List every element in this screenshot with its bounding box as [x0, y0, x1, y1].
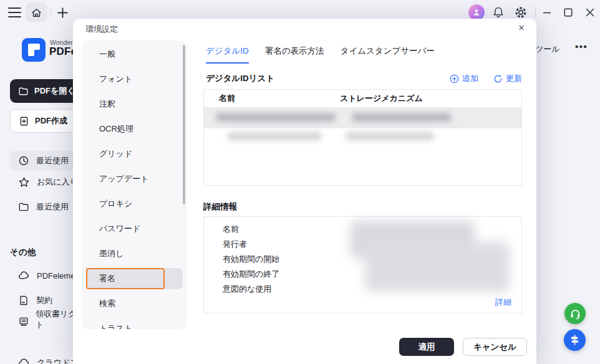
field-label-valid-to: 有効期間の終了 [223, 269, 279, 280]
sidebar-section-other: その他 [10, 247, 36, 258]
minimize-button[interactable] [541, 6, 553, 19]
titlebar-divider [51, 8, 51, 17]
contract-icon [18, 295, 29, 306]
nav-item-grid[interactable]: グリッド [82, 141, 187, 166]
table-row[interactable] [204, 128, 521, 149]
sidebar-item-label: 最近使用 [36, 201, 69, 213]
dialog-title: 環境設定 [85, 24, 118, 35]
nav-item-general[interactable]: 一般 [82, 42, 187, 67]
open-pdf-label: PDFを開く [34, 85, 75, 97]
nav-item-signature[interactable]: 署名 [82, 266, 187, 291]
nav-item-proxy[interactable]: プロキシ [82, 191, 187, 216]
redacted-values [365, 242, 510, 292]
create-pdf-label: PDF作成 [35, 115, 67, 127]
sidebar-item-label: 契約 [36, 295, 52, 306]
folder-icon [18, 201, 29, 213]
details-title: 詳細情報 [203, 201, 237, 213]
add-id-button[interactable]: 追加 [450, 73, 478, 84]
signature-tabs: デジタルID 署名の表示方法 タイムスタンプサーバー [206, 46, 435, 64]
star-icon [18, 176, 30, 188]
table-header: 名前 ストレージメカニズム [204, 90, 521, 108]
digital-id-table: 名前 ストレージメカニズム [203, 89, 522, 186]
details-link[interactable]: 詳細 [495, 297, 511, 308]
clock-icon [18, 155, 29, 166]
folder-icon [18, 86, 29, 97]
nav-item-font[interactable]: フォント [82, 67, 187, 92]
app-window: Wondershare PDFelement PDFを開く PDF作成 最近使用… [0, 0, 600, 364]
receipt-icon [18, 316, 29, 327]
field-label-name: 名前 [223, 224, 239, 235]
nav-item-update[interactable]: アップデート [82, 166, 187, 191]
nav-item-search[interactable]: 検索 [82, 291, 187, 316]
cancel-button[interactable]: キャンセル [463, 338, 527, 356]
home-icon [31, 7, 42, 19]
settings-gear-icon[interactable] [513, 5, 528, 20]
dialog-close-icon[interactable]: × [515, 21, 528, 35]
guide-button[interactable] [564, 329, 586, 351]
titlebar-divider [535, 7, 536, 17]
nav-item-trust[interactable]: トラスト [82, 316, 187, 329]
tab-signature-appearance[interactable]: 署名の表示方法 [265, 46, 324, 64]
nav-scrollbar[interactable] [183, 45, 185, 204]
refresh-id-button[interactable]: 更新 [493, 73, 522, 84]
file-plus-icon [19, 116, 29, 127]
maximize-button[interactable] [562, 6, 574, 19]
column-storage: ストレージメカニズム [340, 93, 423, 104]
nav-item-password[interactable]: パスワード [82, 216, 187, 241]
cloud-icon [18, 270, 30, 282]
preferences-dialog: 環境設定 × 一般 フォント 注釈 OCR処理 グリッド アップデート プロキシ… [73, 19, 536, 364]
apply-button[interactable]: 適用 [399, 338, 454, 356]
close-window-button[interactable] [584, 6, 596, 19]
menu-icon[interactable] [7, 7, 21, 17]
nav-item-comment[interactable]: 注釈 [82, 92, 187, 117]
field-label-valid-from: 有効期間の開始 [223, 254, 279, 265]
table-row[interactable] [204, 108, 521, 128]
column-name: 名前 [204, 93, 340, 104]
digital-id-list-title: デジタルIDリスト [206, 73, 274, 84]
signature-highlight-box [86, 268, 165, 289]
tab-digital-id[interactable]: デジタルID [206, 46, 249, 64]
refresh-icon [493, 74, 503, 84]
sidebar-item-label: お気に入り [37, 176, 78, 188]
sidebar-item-label: 最近使用 [36, 155, 69, 166]
field-label-issuer: 発行者 [223, 239, 247, 250]
signpost-icon [569, 334, 581, 346]
new-tab-button[interactable] [56, 6, 70, 20]
plus-circle-icon [450, 74, 459, 84]
nav-item-ocr[interactable]: OCR処理 [82, 117, 187, 141]
background-tools-label[interactable]: ツール [535, 44, 560, 55]
home-button[interactable] [26, 2, 47, 22]
pdfelement-logo [22, 38, 46, 62]
person-icon [472, 7, 481, 17]
cloud-icon [18, 357, 30, 364]
support-button[interactable] [564, 303, 586, 324]
field-label-intended-usage: 意図的な使用 [223, 284, 271, 295]
preferences-nav: 一般 フォント 注釈 OCR処理 グリッド アップデート プロキシ パスワード … [82, 41, 187, 329]
details-box: 名前 発行者 有効期間の開始 有効期間の終了 意図的な使用 詳細 [203, 216, 522, 314]
notifications-icon[interactable] [491, 5, 505, 20]
headset-icon [569, 308, 581, 320]
nav-item-redaction[interactable]: 墨消し [82, 241, 187, 266]
more-menu-icon[interactable]: ••• [575, 41, 588, 52]
tab-timestamp-server[interactable]: タイムスタンプサーバー [341, 46, 435, 64]
